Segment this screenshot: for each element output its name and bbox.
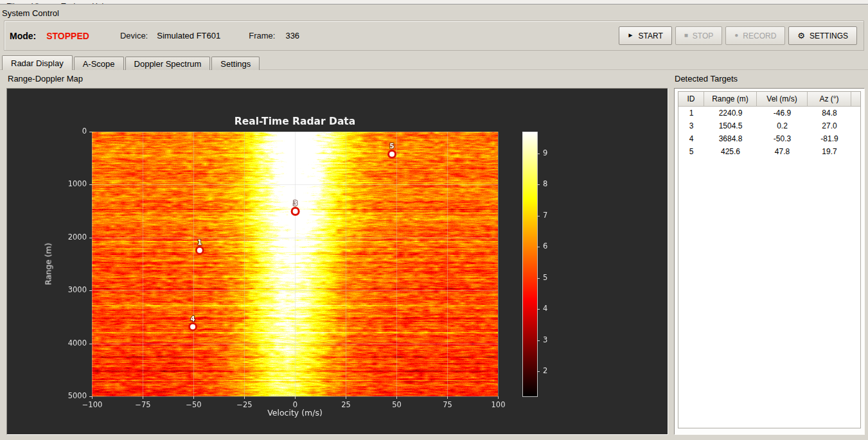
cell-vel[interactable]: 47.8 bbox=[757, 145, 808, 158]
menu-bar: FileViewToolsHelp bbox=[0, 0, 868, 4]
cell-vel[interactable]: 0.2 bbox=[757, 119, 808, 132]
settings-button[interactable]: ⚙ SETTINGS bbox=[788, 26, 857, 45]
cell-az[interactable]: 19.7 bbox=[808, 145, 851, 158]
menu-item-view[interactable]: View bbox=[25, 1, 55, 4]
cell-id[interactable]: 1 bbox=[678, 107, 704, 119]
device-value: Simulated FT601 bbox=[157, 31, 220, 40]
start-button-label: START bbox=[639, 31, 663, 40]
stop-button-label: STOP bbox=[693, 31, 713, 40]
mode-label: Mode: bbox=[10, 31, 36, 41]
system-control-title: System Control bbox=[2, 8, 59, 18]
tab-a-scope[interactable]: A-Scope bbox=[74, 57, 124, 70]
table-row[interactable]: 4 3684.8 -50.3 -81.9 bbox=[678, 132, 860, 145]
header-range[interactable]: Range (m) bbox=[704, 92, 757, 107]
stop-button: ■ STOP bbox=[675, 26, 723, 45]
range-doppler-panel: Real-Time Radar Data Velocity (m/s) Rang… bbox=[6, 88, 668, 435]
cell-range[interactable]: 3684.8 bbox=[704, 132, 757, 145]
header-filler bbox=[851, 92, 860, 107]
mode-value-badge: STOPPED bbox=[46, 31, 89, 41]
tab-bar: Radar Display A-Scope Doppler Spectrum S… bbox=[2, 55, 261, 70]
cell-range[interactable]: 2240.9 bbox=[704, 107, 757, 119]
tab-radar-display[interactable]: Radar Display bbox=[2, 55, 73, 70]
header-id[interactable]: ID bbox=[678, 92, 704, 107]
cell-id[interactable]: 5 bbox=[678, 145, 704, 158]
cell-vel[interactable]: -46.9 bbox=[757, 107, 808, 119]
plot-title: Real-Time Radar Data bbox=[92, 116, 498, 127]
cell-az[interactable]: -81.9 bbox=[808, 132, 851, 145]
cell-range[interactable]: 1504.5 bbox=[704, 119, 757, 132]
y-axis-label: Range (m) bbox=[44, 243, 53, 285]
cell-id[interactable]: 4 bbox=[678, 132, 704, 145]
header-vel[interactable]: Vel (m/s) bbox=[757, 92, 808, 107]
header-az[interactable]: Az (°) bbox=[808, 92, 851, 107]
detected-targets-panel: ID Range (m) Vel (m/s) Az (°) 1 2240.9 -… bbox=[674, 88, 865, 435]
radar-heatmap-canvas bbox=[7, 89, 668, 434]
cell-az[interactable]: 27.0 bbox=[808, 119, 851, 132]
frame-counter: 336 bbox=[285, 31, 299, 40]
table-row[interactable]: 1 2240.9 -46.9 84.8 bbox=[678, 107, 860, 119]
table-row[interactable]: 5 425.6 47.8 19.7 bbox=[678, 145, 860, 158]
menu-item-help[interactable]: Help bbox=[85, 1, 114, 4]
range-doppler-map-title: Range-Doppler Map bbox=[8, 74, 83, 84]
stop-icon: ■ bbox=[684, 31, 688, 39]
cell-az[interactable]: 84.8 bbox=[808, 107, 851, 119]
start-button[interactable]: ► START bbox=[619, 26, 672, 45]
tab-settings[interactable]: Settings bbox=[211, 57, 260, 70]
record-button: ● RECORD bbox=[725, 26, 785, 45]
cell-vel[interactable]: -50.3 bbox=[757, 132, 808, 145]
targets-table: ID Range (m) Vel (m/s) Az (°) 1 2240.9 -… bbox=[678, 91, 861, 428]
system-control-group: Mode: STOPPED Device: Simulated FT601 Fr… bbox=[4, 21, 864, 51]
record-button-label: RECORD bbox=[743, 31, 776, 40]
cell-range[interactable]: 425.6 bbox=[704, 145, 757, 158]
control-buttons: ► START ■ STOP ● RECORD ⚙ SETTINGS bbox=[619, 26, 857, 45]
detected-targets-title: Detected Targets bbox=[675, 74, 738, 84]
menu-item-tools[interactable]: Tools bbox=[55, 1, 85, 4]
cell-id[interactable]: 3 bbox=[678, 119, 704, 132]
frame-label: Frame: bbox=[249, 31, 275, 40]
menu-item-file[interactable]: File bbox=[0, 1, 25, 4]
table-row[interactable]: 3 1504.5 0.2 27.0 bbox=[678, 119, 860, 132]
settings-button-label: SETTINGS bbox=[810, 31, 848, 40]
tab-doppler-spectrum[interactable]: Doppler Spectrum bbox=[125, 57, 211, 70]
gear-icon: ⚙ bbox=[797, 31, 805, 40]
targets-table-header: ID Range (m) Vel (m/s) Az (°) bbox=[678, 92, 860, 107]
status-row: Mode: STOPPED Device: Simulated FT601 Fr… bbox=[10, 21, 299, 50]
x-axis-label: Velocity (m/s) bbox=[92, 408, 498, 418]
record-icon: ● bbox=[734, 31, 738, 39]
play-icon: ► bbox=[628, 31, 634, 39]
app-window: FileViewToolsHelp System Control Mode: S… bbox=[0, 0, 868, 440]
device-label: Device: bbox=[120, 31, 148, 40]
